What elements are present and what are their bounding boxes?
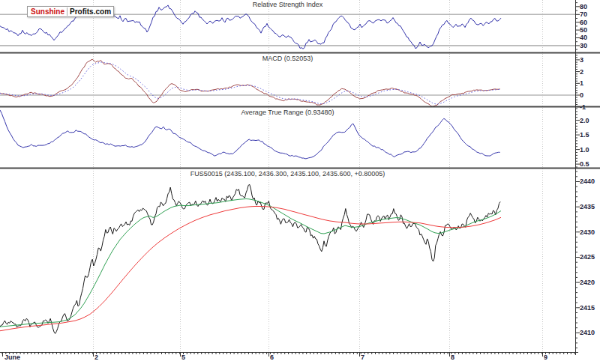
x-tick-label: 2 [94,354,98,361]
macd-panel-title: MACD (0.52053) [0,55,575,62]
main-y-tick-label: 2420 [580,279,595,286]
rsi-y-tick-label: 50 [580,26,587,34]
rsi-y-tick-label: 80 [580,3,587,10]
x-tick-label: 7 [361,354,364,361]
atr-y-tick-label: 2.0 [580,117,590,124]
main-y-tick-label: 2440 [580,178,595,185]
macd-y-tick-label: 2 [580,68,584,76]
rsi-y-tick-label: 70 [580,10,587,18]
price-panel-title: FUS50015 (2435.100, 2436.300, 2435.100, … [0,170,575,178]
x-tick-label: 5 [182,354,185,361]
rsi-y-tick-label: 30 [580,42,587,49]
atr-y-tick-label: 1.0 [580,146,590,154]
sunshine-profits-logo: SunshineProfits.com [27,6,114,17]
atr-y-tick-label: 0.5 [580,160,590,168]
main-y-tick-label: 2430 [580,228,595,236]
main-y-tick-label: 2415 [580,304,595,312]
x-tick-label: 8 [451,354,454,361]
main-y-tick-label: 2410 [580,329,595,336]
logo-profits-text: Profits.com [70,7,111,16]
logo-sunshine-text: Sunshine [30,7,68,16]
macd-y-tick-label: 0 [580,91,584,99]
rsi-y-tick-label: 60 [580,19,587,26]
rsi-y-tick-label: 40 [580,34,587,41]
atr-panel-title: Average True Range (0.93480) [0,109,575,116]
atr-y-tick-label: 1.5 [580,131,590,139]
multi-panel-chart: Relative Strength Index MACD (0.52053) A… [0,0,600,364]
x-tick-label: June [4,354,20,361]
macd-y-tick-label: 1 [580,79,584,87]
macd-y-tick-label: 3 [580,56,584,64]
x-tick-label: 9 [544,354,548,361]
x-tick-label: 6 [270,354,274,361]
main-y-tick-label: 2425 [580,253,595,261]
macd-y-tick-label: -1 [580,103,586,111]
main-y-tick-label: 2435 [580,203,595,210]
